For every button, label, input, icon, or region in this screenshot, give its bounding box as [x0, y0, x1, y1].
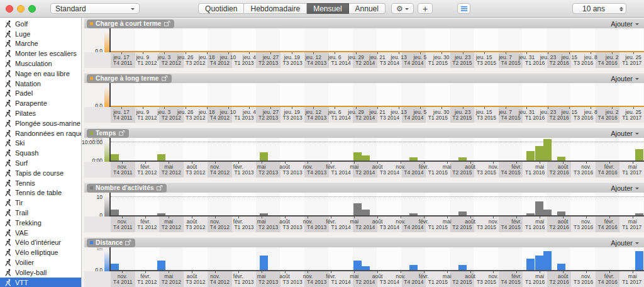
sidebar-item-vtt[interactable]: VTT: [0, 278, 81, 287]
sidebar-item-tennis[interactable]: Tennis: [0, 178, 81, 188]
settings-button[interactable]: ⚙: [391, 3, 414, 14]
chart-title-pill[interactable]: Charge à long terme: [87, 74, 172, 83]
sidebar-item-trekking[interactable]: Trekking: [0, 218, 81, 228]
bar[interactable]: [635, 149, 643, 160]
tab-mensuel[interactable]: Mensuel: [307, 3, 348, 14]
y-axis-gradient-strip: [104, 83, 109, 107]
sidebar-item-plong-e-sous-marine[interactable]: Plongée sous-marine: [0, 118, 81, 128]
bar[interactable]: [557, 264, 565, 270]
sport-icon: [4, 130, 12, 137]
sidebar-item-v-lo-d-int-rieur[interactable]: Vélo d'intérieur: [0, 238, 81, 248]
x-axis-quarter-label: T2 2014: [353, 169, 377, 176]
bar[interactable]: [111, 210, 119, 216]
bar[interactable]: [543, 251, 552, 270]
x-axis-quarter-label: T1 2017: [619, 224, 644, 230]
ajouter-button[interactable]: Ajouter: [611, 75, 639, 82]
bar[interactable]: [111, 264, 119, 270]
bar[interactable]: [157, 154, 165, 160]
bar[interactable]: [353, 152, 362, 160]
x-axis-quarter-label: T3 2012: [184, 279, 208, 285]
sidebar-item-monter-les-escaliers[interactable]: Monter les escaliers: [0, 48, 81, 59]
bar[interactable]: [543, 210, 552, 216]
sidebar-item-vae[interactable]: VAE: [0, 228, 81, 238]
x-axis-quarter-label: T1 2015: [426, 224, 450, 230]
x-axis-quarter-label: T4 2013: [304, 60, 329, 66]
bar[interactable]: [260, 152, 268, 160]
bar[interactable]: [362, 210, 370, 216]
ajouter-button[interactable]: Ajouter: [611, 20, 639, 28]
sidebar-item-tennis-de-table[interactable]: Tennis de table: [0, 188, 81, 198]
x-axis-quarter-label: T1 2013: [232, 169, 257, 176]
time-range-stepper[interactable]: 10 ans: [572, 3, 626, 14]
bar[interactable]: [353, 261, 362, 270]
sidebar-item-parapente[interactable]: Parapente: [0, 98, 81, 108]
chart-plot-charge-long-terme[interactable]: [111, 83, 644, 107]
sidebar-item-natation[interactable]: Natation: [0, 79, 81, 89]
chart-title-pill[interactable]: Nombre d'activités: [87, 184, 167, 193]
sidebar-item-surf[interactable]: Surf: [0, 158, 81, 168]
bar[interactable]: [543, 139, 552, 160]
chart-plot-charge-court-terme[interactable]: [111, 28, 644, 52]
bar[interactable]: [362, 155, 370, 160]
bar[interactable]: [458, 265, 467, 270]
bar[interactable]: [157, 261, 165, 270]
chart-title-pill[interactable]: Distance: [87, 239, 135, 247]
x-axis-quarter-label: T4 2011: [111, 224, 135, 230]
ajouter-button[interactable]: Ajouter: [611, 130, 639, 137]
sidebar-item-label: Marche: [15, 40, 38, 47]
bar[interactable]: [409, 265, 418, 270]
sidebar-item-marche[interactable]: Marche: [0, 39, 81, 49]
minimize-icon[interactable]: [17, 5, 25, 13]
tab-quotidien[interactable]: Quotidien: [198, 3, 244, 14]
sidebar-item-tir[interactable]: Tir: [0, 198, 81, 208]
chart-plot-nombre-d-activit-s[interactable]: [111, 193, 644, 217]
preset-select[interactable]: Standard: [50, 3, 140, 14]
bar[interactable]: [526, 259, 535, 270]
bar[interactable]: [260, 256, 268, 270]
close-icon[interactable]: [6, 5, 13, 13]
sidebar-item-musculation[interactable]: Musculation: [0, 59, 81, 69]
bar[interactable]: [526, 151, 535, 160]
sidebar-item-tapis-de-course[interactable]: Tapis de course: [0, 168, 81, 178]
sidebar-item-golf[interactable]: Golf: [0, 19, 81, 29]
sidebar-item-padel[interactable]: Padel: [0, 89, 81, 99]
chart-title-pill[interactable]: Temps: [87, 129, 129, 138]
add-button[interactable]: +: [418, 3, 433, 14]
chart-title-pill[interactable]: Charge à court terme: [87, 20, 174, 28]
bar[interactable]: [635, 251, 643, 270]
zoom-icon[interactable]: [28, 5, 36, 13]
sidebar-item-squash[interactable]: Squash: [0, 148, 81, 158]
ajouter-button[interactable]: Ajouter: [611, 239, 639, 247]
bar[interactable]: [353, 203, 362, 215]
ajouter-button[interactable]: Ajouter: [611, 184, 639, 192]
sidebar-item-randonn-es-en-raquett[interactable]: Randonnées en raquett...: [0, 128, 81, 138]
sidebar-item-voilier[interactable]: Voilier: [0, 257, 81, 267]
chart-plot-temps[interactable]: [111, 138, 644, 162]
sidebar-item-ski[interactable]: Ski: [0, 138, 81, 149]
legend-dot: [90, 77, 93, 80]
tab-hebdomadaire[interactable]: Hebdomadaire: [244, 3, 307, 14]
x-axis-quarter-label: T3 2016: [571, 115, 596, 121]
x-axis-quarter-label: T3 2013: [280, 224, 305, 230]
bar[interactable]: [111, 154, 119, 160]
y-axis-max-label: 10: [97, 194, 103, 200]
x-axis-quarter-label: T2 2013: [256, 115, 280, 121]
chart-body: h:m:s10:00:000:00: [84, 138, 644, 162]
tab-annuel[interactable]: Annuel: [349, 3, 386, 14]
chart-plot-distance[interactable]: [111, 247, 644, 271]
sidebar-item-volley-ball[interactable]: Volley-ball: [0, 267, 81, 278]
sport-icon: [4, 219, 12, 227]
sidebar-item-pilates[interactable]: Pilates: [0, 108, 81, 118]
sidebar-item-nage-en-eau-libre[interactable]: Nage en eau libre: [0, 69, 81, 79]
sport-icon: [4, 249, 12, 256]
x-axis-quarter-label: T4 2014: [402, 60, 426, 66]
sport-icon: [4, 189, 12, 196]
list-view-button[interactable]: [457, 3, 470, 14]
sidebar-item-v-lo-elliptique[interactable]: Vélo elliptique: [0, 247, 81, 257]
x-axis-quarter-label: T4 2012: [208, 279, 232, 285]
bar[interactable]: [535, 146, 543, 160]
sidebar-item-luge[interactable]: Luge: [0, 29, 81, 39]
bar[interactable]: [535, 256, 543, 270]
bar[interactable]: [535, 201, 543, 215]
sidebar-item-trail[interactable]: Trail: [0, 208, 81, 218]
